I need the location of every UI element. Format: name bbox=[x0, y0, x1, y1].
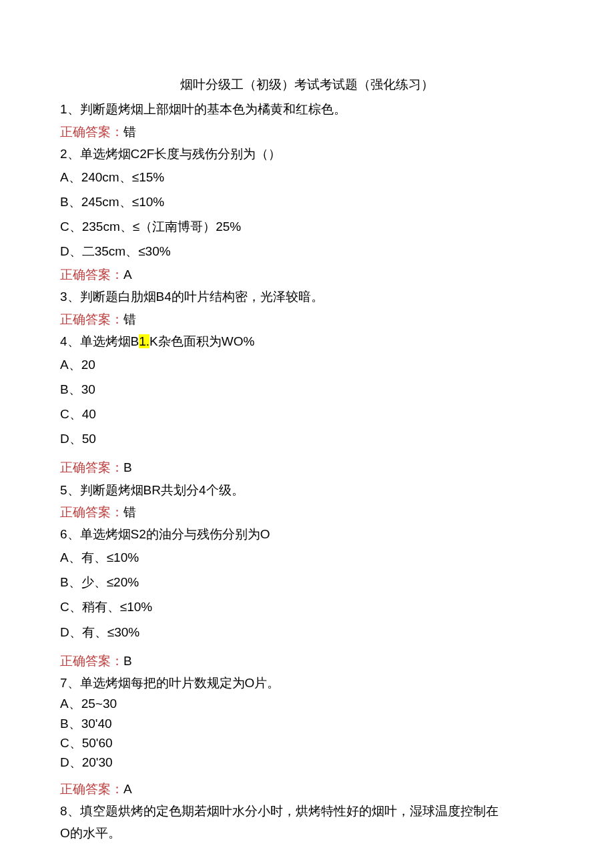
answer-value: 错 bbox=[123, 312, 136, 326]
answer-1: 正确答案：错 bbox=[60, 121, 554, 143]
answer-value: B bbox=[123, 654, 132, 668]
question-5-text: 5、判断题烤烟BR共划分4个级。 bbox=[60, 479, 554, 501]
option-d: D、20'30 bbox=[60, 753, 554, 772]
answer-4: 正确答案：B bbox=[60, 456, 554, 478]
option-a: A、25~30 bbox=[60, 694, 554, 713]
question-2-text: 2、单选烤烟C2F长度与残伤分别为（） bbox=[60, 143, 554, 165]
exam-page: 烟叶分级工（初级）考试考试题（强化练习） 1、判断题烤烟上部烟叶的基本色为橘黄和… bbox=[0, 0, 614, 868]
question-3-text: 3、判断题白肋烟B4的叶片结构密，光泽较暗。 bbox=[60, 286, 554, 308]
answer-value: 错 bbox=[123, 505, 136, 519]
option-c: C、稍有、≤10% bbox=[60, 594, 554, 619]
question-4-options: A、20 B、30 C、40 D、50 bbox=[60, 352, 554, 451]
answer-label: 正确答案： bbox=[60, 505, 123, 519]
option-a: A、有、≤10% bbox=[60, 545, 554, 570]
option-d: D、二35cm、≤30% bbox=[60, 239, 554, 264]
answer-value: B bbox=[123, 460, 132, 474]
option-c: C、40 bbox=[60, 402, 554, 426]
answer-2: 正确答案：A bbox=[60, 264, 554, 286]
question-2-options: A、240cm、≤15% B、245cm、≤10% C、235cm、≤（江南博哥… bbox=[60, 165, 554, 264]
answer-3: 正确答案：错 bbox=[60, 308, 554, 330]
question-6-options: A、有、≤10% B、少、≤20% C、稍有、≤10% D、有、≤30% bbox=[60, 545, 554, 644]
question-1-text: 1、判断题烤烟上部烟叶的基本色为橘黄和红棕色。 bbox=[60, 98, 554, 120]
answer-label: 正确答案： bbox=[60, 268, 123, 282]
answer-5: 正确答案：错 bbox=[60, 501, 554, 523]
question-4-text: 4、单选烤烟B1.K杂色面积为WO% bbox=[60, 330, 554, 352]
highlight-text: 1. bbox=[139, 334, 149, 348]
option-b: B、30 bbox=[60, 377, 554, 402]
question-8-line1: 8、填空题烘烤的定色期若烟叶水分小时，烘烤特性好的烟叶，湿球温度控制在 bbox=[60, 800, 554, 822]
option-a: A、20 bbox=[60, 352, 554, 377]
answer-6: 正确答案：B bbox=[60, 650, 554, 672]
answer-label: 正确答案： bbox=[60, 312, 123, 326]
q4-pre: 4、单选烤烟B bbox=[60, 334, 139, 348]
question-8-line2: O的水平。 bbox=[60, 822, 554, 844]
answer-7: 正确答案：A bbox=[60, 778, 554, 800]
answer-label: 正确答案： bbox=[60, 460, 123, 474]
question-6-text: 6、单选烤烟S2的油分与残伤分别为O bbox=[60, 523, 554, 545]
answer-value: A bbox=[123, 268, 132, 282]
option-b: B、少、≤20% bbox=[60, 570, 554, 594]
answer-label: 正确答案： bbox=[60, 125, 123, 139]
answer-label: 正确答案： bbox=[60, 782, 123, 796]
page-title: 烟叶分级工（初级）考试考试题（强化练习） bbox=[60, 73, 554, 95]
question-7-text: 7、单选烤烟每把的叶片数规定为O片。 bbox=[60, 672, 554, 694]
q4-post: K杂色面积为WO% bbox=[149, 334, 254, 348]
option-b: B、245cm、≤10% bbox=[60, 189, 554, 214]
answer-label: 正确答案： bbox=[60, 654, 123, 668]
option-a: A、240cm、≤15% bbox=[60, 165, 554, 189]
option-c: C、235cm、≤（江南博哥）25% bbox=[60, 214, 554, 239]
option-d: D、50 bbox=[60, 426, 554, 451]
option-c: C、50'60 bbox=[60, 733, 554, 753]
answer-value: A bbox=[123, 782, 132, 796]
option-b: B、30'40 bbox=[60, 714, 554, 733]
option-d: D、有、≤30% bbox=[60, 620, 554, 644]
answer-value: 错 bbox=[123, 125, 136, 139]
question-7-options: A、25~30 B、30'40 C、50'60 D、20'30 bbox=[60, 694, 554, 773]
